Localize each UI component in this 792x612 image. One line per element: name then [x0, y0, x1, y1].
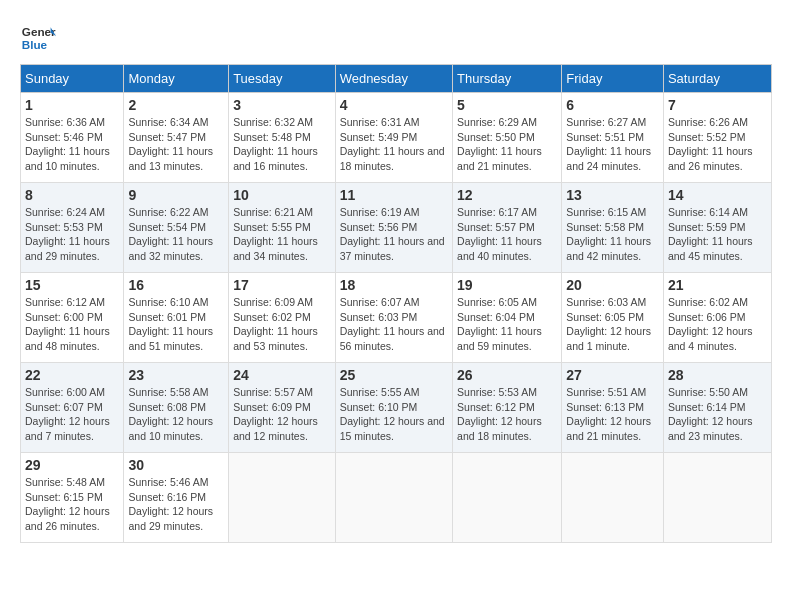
- day-info: Sunrise: 6:22 AMSunset: 5:54 PMDaylight:…: [128, 205, 224, 264]
- day-cell-9: 9Sunrise: 6:22 AMSunset: 5:54 PMDaylight…: [124, 183, 229, 273]
- day-cell-19: 19Sunrise: 6:05 AMSunset: 6:04 PMDayligh…: [453, 273, 562, 363]
- day-cell-26: 26Sunrise: 5:53 AMSunset: 6:12 PMDayligh…: [453, 363, 562, 453]
- day-info: Sunrise: 6:09 AMSunset: 6:02 PMDaylight:…: [233, 295, 331, 354]
- day-info: Sunrise: 6:02 AMSunset: 6:06 PMDaylight:…: [668, 295, 767, 354]
- day-cell-17: 17Sunrise: 6:09 AMSunset: 6:02 PMDayligh…: [229, 273, 336, 363]
- day-number: 27: [566, 367, 659, 383]
- day-number: 30: [128, 457, 224, 473]
- page-header: General Blue: [20, 20, 772, 56]
- week-row-1: 1Sunrise: 6:36 AMSunset: 5:46 PMDaylight…: [21, 93, 772, 183]
- day-cell-22: 22Sunrise: 6:00 AMSunset: 6:07 PMDayligh…: [21, 363, 124, 453]
- day-info: Sunrise: 5:50 AMSunset: 6:14 PMDaylight:…: [668, 385, 767, 444]
- day-info: Sunrise: 5:51 AMSunset: 6:13 PMDaylight:…: [566, 385, 659, 444]
- day-cell-21: 21Sunrise: 6:02 AMSunset: 6:06 PMDayligh…: [663, 273, 771, 363]
- day-header-thursday: Thursday: [453, 65, 562, 93]
- day-number: 20: [566, 277, 659, 293]
- day-cell-7: 7Sunrise: 6:26 AMSunset: 5:52 PMDaylight…: [663, 93, 771, 183]
- day-cell-29: 29Sunrise: 5:48 AMSunset: 6:15 PMDayligh…: [21, 453, 124, 543]
- day-cell-25: 25Sunrise: 5:55 AMSunset: 6:10 PMDayligh…: [335, 363, 452, 453]
- day-info: Sunrise: 5:53 AMSunset: 6:12 PMDaylight:…: [457, 385, 557, 444]
- day-info: Sunrise: 6:05 AMSunset: 6:04 PMDaylight:…: [457, 295, 557, 354]
- day-number: 8: [25, 187, 119, 203]
- day-number: 19: [457, 277, 557, 293]
- day-number: 14: [668, 187, 767, 203]
- day-number: 26: [457, 367, 557, 383]
- day-cell-4: 4Sunrise: 6:31 AMSunset: 5:49 PMDaylight…: [335, 93, 452, 183]
- day-number: 10: [233, 187, 331, 203]
- day-info: Sunrise: 6:34 AMSunset: 5:47 PMDaylight:…: [128, 115, 224, 174]
- empty-cell: [663, 453, 771, 543]
- week-row-2: 8Sunrise: 6:24 AMSunset: 5:53 PMDaylight…: [21, 183, 772, 273]
- day-header-monday: Monday: [124, 65, 229, 93]
- day-cell-10: 10Sunrise: 6:21 AMSunset: 5:55 PMDayligh…: [229, 183, 336, 273]
- day-cell-30: 30Sunrise: 5:46 AMSunset: 6:16 PMDayligh…: [124, 453, 229, 543]
- day-info: Sunrise: 5:46 AMSunset: 6:16 PMDaylight:…: [128, 475, 224, 534]
- calendar-table: SundayMondayTuesdayWednesdayThursdayFrid…: [20, 64, 772, 543]
- day-cell-20: 20Sunrise: 6:03 AMSunset: 6:05 PMDayligh…: [562, 273, 664, 363]
- day-cell-13: 13Sunrise: 6:15 AMSunset: 5:58 PMDayligh…: [562, 183, 664, 273]
- day-info: Sunrise: 6:27 AMSunset: 5:51 PMDaylight:…: [566, 115, 659, 174]
- day-number: 4: [340, 97, 448, 113]
- day-header-sunday: Sunday: [21, 65, 124, 93]
- day-info: Sunrise: 6:32 AMSunset: 5:48 PMDaylight:…: [233, 115, 331, 174]
- week-row-4: 22Sunrise: 6:00 AMSunset: 6:07 PMDayligh…: [21, 363, 772, 453]
- day-number: 28: [668, 367, 767, 383]
- day-info: Sunrise: 6:15 AMSunset: 5:58 PMDaylight:…: [566, 205, 659, 264]
- day-number: 11: [340, 187, 448, 203]
- day-info: Sunrise: 5:55 AMSunset: 6:10 PMDaylight:…: [340, 385, 448, 444]
- day-info: Sunrise: 6:19 AMSunset: 5:56 PMDaylight:…: [340, 205, 448, 264]
- day-header-friday: Friday: [562, 65, 664, 93]
- empty-cell: [453, 453, 562, 543]
- day-info: Sunrise: 5:57 AMSunset: 6:09 PMDaylight:…: [233, 385, 331, 444]
- day-cell-12: 12Sunrise: 6:17 AMSunset: 5:57 PMDayligh…: [453, 183, 562, 273]
- day-number: 7: [668, 97, 767, 113]
- day-cell-3: 3Sunrise: 6:32 AMSunset: 5:48 PMDaylight…: [229, 93, 336, 183]
- day-number: 1: [25, 97, 119, 113]
- day-header-saturday: Saturday: [663, 65, 771, 93]
- empty-cell: [335, 453, 452, 543]
- logo-icon: General Blue: [20, 20, 56, 56]
- days-header-row: SundayMondayTuesdayWednesdayThursdayFrid…: [21, 65, 772, 93]
- day-number: 18: [340, 277, 448, 293]
- day-cell-18: 18Sunrise: 6:07 AMSunset: 6:03 PMDayligh…: [335, 273, 452, 363]
- day-cell-8: 8Sunrise: 6:24 AMSunset: 5:53 PMDaylight…: [21, 183, 124, 273]
- day-info: Sunrise: 6:12 AMSunset: 6:00 PMDaylight:…: [25, 295, 119, 354]
- day-number: 15: [25, 277, 119, 293]
- day-number: 13: [566, 187, 659, 203]
- week-row-5: 29Sunrise: 5:48 AMSunset: 6:15 PMDayligh…: [21, 453, 772, 543]
- day-cell-11: 11Sunrise: 6:19 AMSunset: 5:56 PMDayligh…: [335, 183, 452, 273]
- day-number: 2: [128, 97, 224, 113]
- day-number: 29: [25, 457, 119, 473]
- day-number: 9: [128, 187, 224, 203]
- day-cell-14: 14Sunrise: 6:14 AMSunset: 5:59 PMDayligh…: [663, 183, 771, 273]
- day-cell-23: 23Sunrise: 5:58 AMSunset: 6:08 PMDayligh…: [124, 363, 229, 453]
- day-header-wednesday: Wednesday: [335, 65, 452, 93]
- day-number: 24: [233, 367, 331, 383]
- day-info: Sunrise: 6:07 AMSunset: 6:03 PMDaylight:…: [340, 295, 448, 354]
- day-info: Sunrise: 6:00 AMSunset: 6:07 PMDaylight:…: [25, 385, 119, 444]
- day-number: 21: [668, 277, 767, 293]
- day-cell-16: 16Sunrise: 6:10 AMSunset: 6:01 PMDayligh…: [124, 273, 229, 363]
- day-info: Sunrise: 6:31 AMSunset: 5:49 PMDaylight:…: [340, 115, 448, 174]
- day-number: 16: [128, 277, 224, 293]
- day-info: Sunrise: 6:03 AMSunset: 6:05 PMDaylight:…: [566, 295, 659, 354]
- day-info: Sunrise: 6:36 AMSunset: 5:46 PMDaylight:…: [25, 115, 119, 174]
- day-info: Sunrise: 6:24 AMSunset: 5:53 PMDaylight:…: [25, 205, 119, 264]
- day-info: Sunrise: 6:29 AMSunset: 5:50 PMDaylight:…: [457, 115, 557, 174]
- day-info: Sunrise: 6:10 AMSunset: 6:01 PMDaylight:…: [128, 295, 224, 354]
- day-number: 6: [566, 97, 659, 113]
- day-info: Sunrise: 5:58 AMSunset: 6:08 PMDaylight:…: [128, 385, 224, 444]
- day-number: 17: [233, 277, 331, 293]
- day-number: 5: [457, 97, 557, 113]
- day-info: Sunrise: 6:26 AMSunset: 5:52 PMDaylight:…: [668, 115, 767, 174]
- day-cell-1: 1Sunrise: 6:36 AMSunset: 5:46 PMDaylight…: [21, 93, 124, 183]
- day-info: Sunrise: 5:48 AMSunset: 6:15 PMDaylight:…: [25, 475, 119, 534]
- empty-cell: [562, 453, 664, 543]
- day-info: Sunrise: 6:21 AMSunset: 5:55 PMDaylight:…: [233, 205, 331, 264]
- day-cell-6: 6Sunrise: 6:27 AMSunset: 5:51 PMDaylight…: [562, 93, 664, 183]
- day-cell-15: 15Sunrise: 6:12 AMSunset: 6:00 PMDayligh…: [21, 273, 124, 363]
- week-row-3: 15Sunrise: 6:12 AMSunset: 6:00 PMDayligh…: [21, 273, 772, 363]
- day-info: Sunrise: 6:17 AMSunset: 5:57 PMDaylight:…: [457, 205, 557, 264]
- day-cell-2: 2Sunrise: 6:34 AMSunset: 5:47 PMDaylight…: [124, 93, 229, 183]
- day-number: 3: [233, 97, 331, 113]
